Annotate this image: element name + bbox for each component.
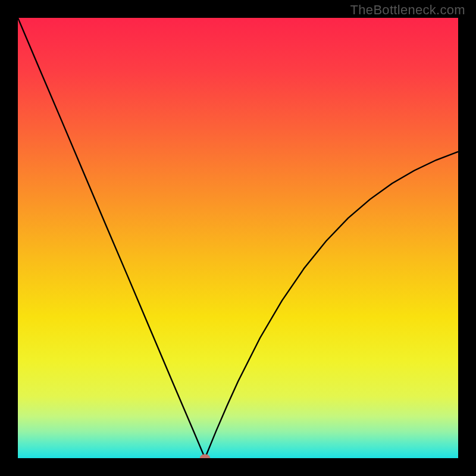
plot-area [18,18,458,458]
watermark-text: TheBottleneck.com [350,2,465,18]
chart-container: TheBottleneck.com [0,0,476,476]
chart-svg [18,18,458,458]
gradient-background [18,18,458,458]
